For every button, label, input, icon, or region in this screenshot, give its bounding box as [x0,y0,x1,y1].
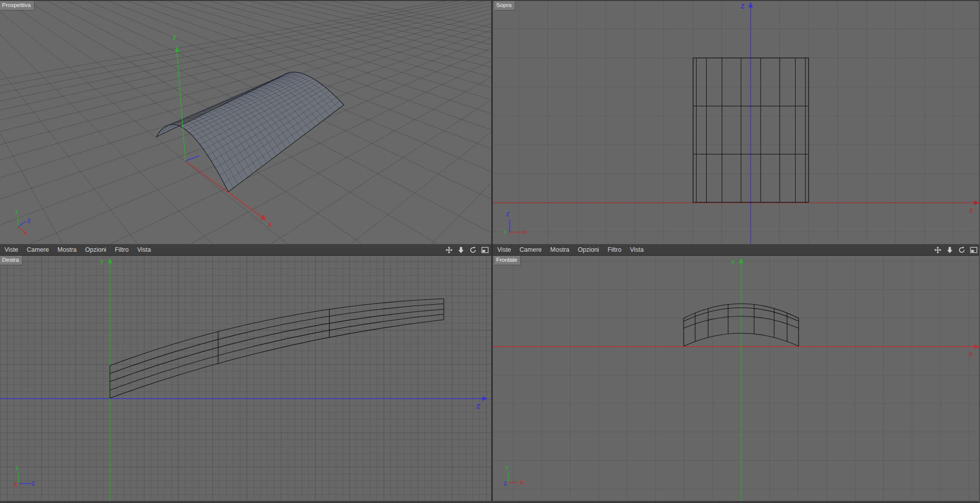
menu-item-filtro[interactable]: Filtro [608,244,622,255]
axis-label: X [969,351,973,358]
rotate-icon[interactable] [469,246,477,254]
viewport-top[interactable]: XZZXY Sopra [493,0,980,244]
axis-label: Z [27,218,31,224]
dolly-icon[interactable] [457,246,465,254]
right-canvas[interactable]: ZYYZX [0,256,491,503]
application-window: YXYZX Prospettiva XZZXY Sopra VisteCamer… [0,0,980,503]
viewport-label-perspective: Prospettiva [0,1,34,10]
viewport-label-top: Sopra [494,1,515,10]
axis-label: Z [741,3,745,10]
perspective-canvas[interactable]: YXYZX [0,1,491,244]
toggle-layout-icon[interactable] [970,246,978,254]
menu-item-vista[interactable]: Vista [137,244,151,255]
menu-item-opzioni[interactable]: Opzioni [578,244,599,255]
viewport-label-front: Frontale [494,256,520,265]
menu-item-camere[interactable]: Camere [27,244,49,255]
menu-item-camere[interactable]: Camere [520,244,542,255]
viewport-front[interactable]: XYYXZ Frontale [493,256,980,503]
menu-item-viste[interactable]: Viste [4,244,18,255]
axis-label: Y [731,259,735,266]
top-canvas[interactable]: XZZXY [493,1,980,244]
menu-item-mostra[interactable]: Mostra [57,244,76,255]
axis-label: X [523,229,526,235]
axis-label: Y [100,259,104,266]
pan-icon[interactable] [934,246,942,254]
axis-label: Z [31,481,35,487]
menu-items-right: VisteCamereMostraOpzioniFiltroVista [493,244,644,255]
front-canvas[interactable]: XYYXZ [493,256,980,503]
axis-label: Y [172,34,176,41]
menu-item-opzioni[interactable]: Opzioni [85,244,106,255]
viewport-perspective[interactable]: YXYZX Prospettiva [0,0,491,244]
menu-item-vista[interactable]: Vista [630,244,644,255]
viewport-menubar-left: VisteCamereMostraOpzioniFiltroVista [0,244,491,256]
pan-icon[interactable] [445,246,453,254]
axis-label: Y [505,465,508,471]
rotate-icon[interactable] [958,246,966,254]
window-edge-bottom [0,501,980,503]
viewport-label-right: Destra [0,256,22,265]
menu-icons-right [934,246,980,254]
axis-label: Y [503,229,507,235]
menu-item-filtro[interactable]: Filtro [115,244,129,255]
toggle-layout-icon[interactable] [481,246,489,254]
dolly-icon[interactable] [946,246,954,254]
axis-label: X [13,482,17,488]
menu-item-mostra[interactable]: Mostra [550,244,569,255]
viewport-menubar-right: VisteCamereMostraOpzioniFiltroVista [493,244,980,256]
axis-label: Z [504,481,507,487]
axis-label: Y [14,209,18,215]
axis-label: Z [506,211,510,217]
menu-icons-left [445,246,491,254]
viewport-right[interactable]: ZYYZX Destra [0,256,491,503]
axis-label: X [969,207,973,214]
axis-label: X [520,480,523,486]
menu-item-viste[interactable]: Viste [497,244,511,255]
axis-label: Y [15,466,18,472]
axis-label: X [268,221,272,228]
menu-items-left: VisteCamereMostraOpzioniFiltroVista [0,244,151,255]
axis-label: X [23,230,26,236]
axis-label: Z [476,403,480,410]
